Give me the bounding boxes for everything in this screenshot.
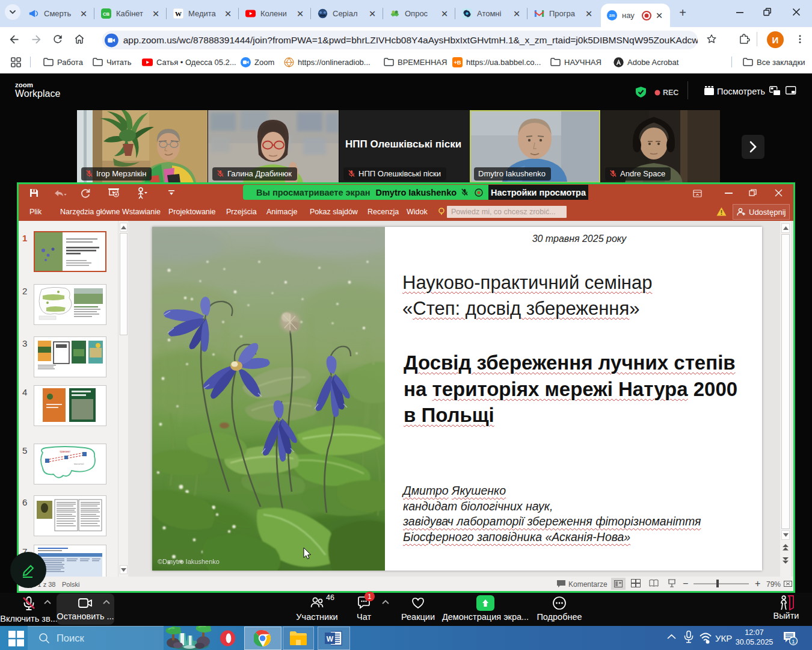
svg-text:+B: +B [454,60,461,66]
svg-text:zm: zm [609,13,615,17]
svg-text:W: W [327,635,334,643]
svg-text:W: W [175,10,182,17]
svg-text:REC: REC [663,89,678,96]
svg-text:масштаб: масштаб [74,462,84,465]
svg-text:транзект: транзект [60,450,70,453]
svg-text:1: 1 [792,638,795,645]
svg-text:©Dmytro Iakushenko: ©Dmytro Iakushenko [158,558,220,565]
svg-text:СВ: СВ [103,11,110,17]
